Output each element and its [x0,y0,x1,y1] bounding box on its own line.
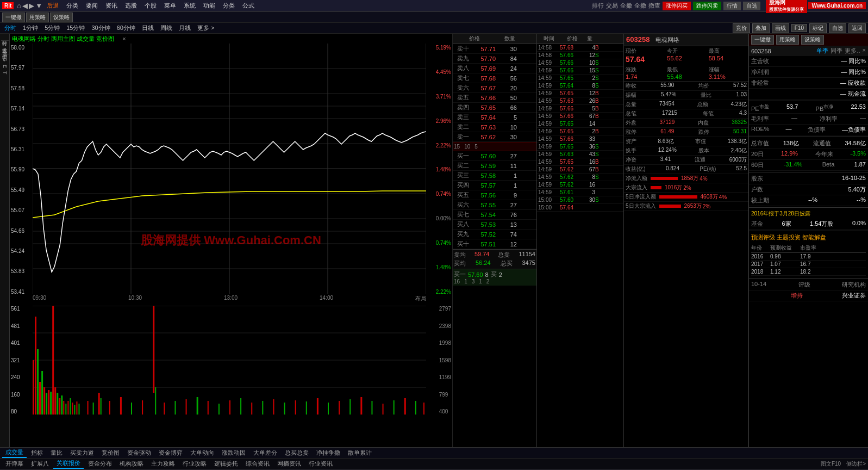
sidebar-g[interactable]: G [2,58,8,61]
tab-5min[interactable]: 5分钟 [42,23,62,33]
btab-scatter[interactable]: 散单累计 [345,448,375,457]
btab-sidebar[interactable]: 侧边栏> [846,460,866,468]
btn-f10[interactable]: F10 [791,24,807,32]
menu-item-trade[interactable]: 后退 [43,1,62,10]
limit-up-btn[interactable]: 涨停闪买 [663,2,691,10]
limit-down-btn[interactable]: 跌停闪卖 [693,2,721,10]
fr-tab-more[interactable]: 更多.. [845,47,860,55]
menu-item-subcat[interactable]: 分类 [220,1,238,10]
menu-item-system[interactable]: 系统 [180,1,199,10]
svg-rect-22 [37,349,39,415]
btab-bigorder[interactable]: 大单动向 [187,448,217,457]
trade-row: 14:59 57.66 15 S [537,67,623,75]
tab-1min[interactable]: 1分钟 [21,23,40,33]
cancel-query-action[interactable]: 撤查 [648,2,660,10]
btab-industry[interactable]: 行业攻略 [179,459,210,468]
fr-tab-single[interactable]: 单季 [816,47,828,55]
btab-bigdiff[interactable]: 大单差分 [250,448,280,457]
btab-instplan[interactable]: 机构攻略 [116,459,147,468]
one-click-cancel-btn[interactable]: 一键撤 [2,13,25,22]
menu-item-formula[interactable]: 公式 [239,1,258,10]
use-strategy-btn[interactable]: 用策略 [26,13,49,22]
block-trade-row: 大宗流入 1016万 2% [624,183,748,193]
net-inflow-bar [651,177,678,180]
layout-btn[interactable]: 布局 [415,295,426,302]
pct-label-1: 4.45% [436,69,451,75]
btab-volume[interactable]: 成交量 [2,448,27,458]
btn-back[interactable]: 返回 [848,23,866,33]
btn-mark[interactable]: 标记 [809,23,827,33]
btab-totalbuy[interactable]: 总买总卖 [282,448,312,457]
fr-btn-yijiance[interactable]: 一键撤 [751,35,774,45]
market-btn[interactable]: 行情 [723,2,741,10]
svg-rect-74 [404,398,406,415]
menu-item-info[interactable]: 资讯 [102,1,121,10]
nav-forward-icon[interactable]: ▶ [29,2,34,10]
chart-area[interactable]: 电魂网络 分时 两用主图 成交量 竞价图 × 58.00 57.97 57.58… [10,34,452,447]
nav-back-icon[interactable]: ◀ [22,2,28,10]
menu-item-stockselect[interactable]: 选股 [122,1,140,10]
sidebar-t[interactable]: T [2,71,8,75]
tab-weekly[interactable]: 周线 [158,23,174,33]
menu-item-category[interactable]: 分类 [63,1,82,10]
btab-mainplan[interactable]: 主力攻略 [148,459,178,468]
btn-overlay[interactable]: 叠加 [752,23,770,33]
site-logo: 股海网 股票软件资源分享 [766,0,807,13]
tab-daily[interactable]: 日线 [140,23,156,33]
btab-capitalgame[interactable]: 资金博弈 [155,448,186,457]
btab-capdistr[interactable]: 资金分布 [85,459,115,468]
tab-30min[interactable]: 30分钟 [90,23,113,33]
btab-related[interactable]: 关联报价 [53,459,84,469]
btab-bidprice[interactable]: 竞价图 [98,448,123,457]
fr-pe-row-2018: 2018 1.12 18.2 [751,268,866,276]
time-label-1: 10:30 [128,295,142,302]
tab-monthly[interactable]: 月线 [177,23,193,33]
menu-item-menu[interactable]: 菜单 [161,1,179,10]
cancel-all-action[interactable]: 全撤 [634,2,646,10]
nav-dropdown-icon[interactable]: ▼ [35,2,42,10]
btab-expand8[interactable]: 扩展八 [28,459,52,468]
nav-home-icon[interactable]: ⌂ [17,2,21,10]
trade-action[interactable]: 全撤 [620,2,632,10]
fr-btn-setstrategy[interactable]: 设策略 [801,35,824,45]
fr-tab-same[interactable]: 同季 [830,47,842,55]
price-label-7: 55.49 [11,187,24,193]
fr-btn-usestrategy[interactable]: 用策略 [776,35,799,45]
btn-bidding[interactable]: 竞价 [733,23,750,33]
time-axis: 09:30 10:30 13:00 14:00 布局 [33,295,426,302]
btab-industryinfo[interactable]: 行业资讯 [305,459,336,468]
btab-lianbi[interactable]: 量比 [47,448,66,457]
btab-f10[interactable]: 图文F10 [821,460,841,468]
btab-webinfo[interactable]: 网摘资讯 [274,459,304,468]
svg-rect-76 [423,403,424,415]
sidebar-e[interactable]: E [2,65,8,68]
btab-logic[interactable]: 逻辑委托 [211,459,241,468]
btab-synthesis[interactable]: 综合资讯 [242,459,273,468]
fr-fund-row: 基金 6家 1.54万股 0.0% [749,219,868,230]
set-strategy-btn[interactable]: 设策略 [50,13,73,22]
tab-more[interactable]: 更多 > [195,23,216,33]
btn-draw[interactable]: 画线 [772,23,789,33]
menu-item-personal[interactable]: 个股 [141,1,160,10]
chart-close-icon[interactable]: × [122,35,126,42]
btn-watchlist[interactable]: 自选 [829,23,846,33]
fr-close-icon[interactable]: × [863,47,866,55]
tab-fenshi[interactable]: 分时 [2,23,18,33]
btab-barrages[interactable]: 开弹幕 [2,459,27,468]
trade-row: 14:59 57.61 3 [537,189,623,196]
btab-netqueue[interactable]: 净挂争撤 [313,448,344,457]
sell-action[interactable]: 交易 [606,2,618,10]
btab-risecause[interactable]: 涨跌动因 [218,448,249,457]
btab-capitalflow[interactable]: 资金驱动 [124,448,154,457]
outer-inner-row: 外盘 37129 内盘 36325 [624,119,748,128]
menu-item-news[interactable]: 要闻 [83,1,101,10]
menu-item-function[interactable]: 功能 [200,1,218,10]
far-right-panel: 一键撤 用策略 设策略 603258 单季 同季 更多.. × 主营收 — 同比… [748,34,868,447]
tab-60min[interactable]: 60分钟 [115,23,138,33]
fr-header: 一键撤 用策略 设策略 [749,34,868,46]
watchlist-btn[interactable]: 自选 [743,2,760,10]
btab-indicator[interactable]: 指标 [28,448,46,457]
svg-rect-44 [98,393,100,415]
tab-15min[interactable]: 15分钟 [64,23,87,33]
btab-buysell[interactable]: 买卖力道 [67,448,97,457]
